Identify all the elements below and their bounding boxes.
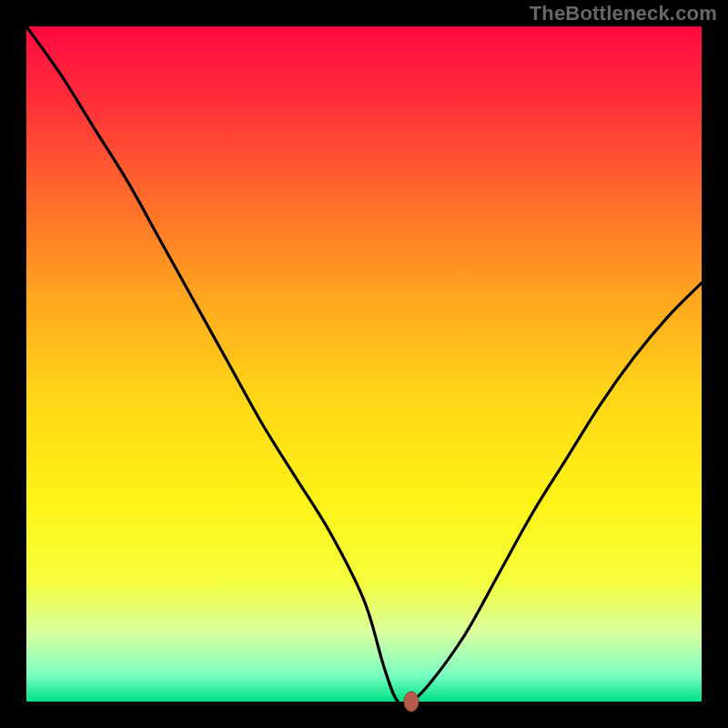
chart-frame: TheBottleneck.com bbox=[0, 0, 728, 728]
watermark-text: TheBottleneck.com bbox=[530, 2, 717, 25]
minimum-marker bbox=[404, 692, 419, 712]
bottleneck-chart bbox=[0, 0, 728, 728]
